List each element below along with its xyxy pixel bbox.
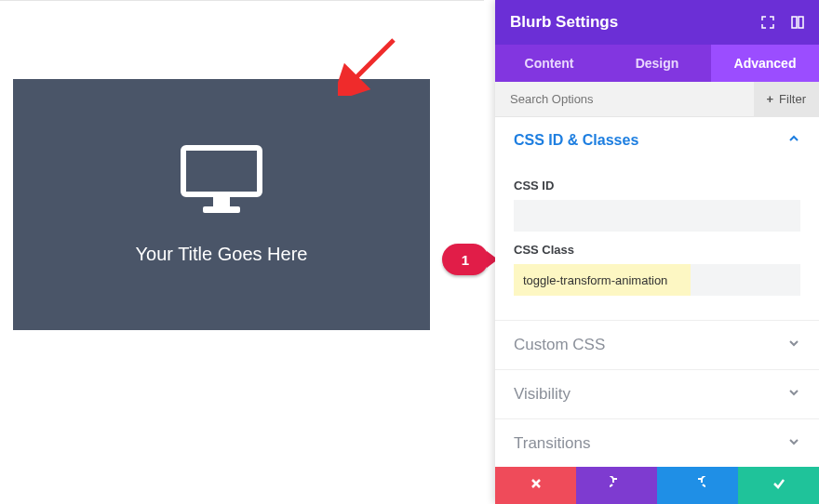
expand-icon[interactable]: [761, 16, 774, 29]
panel-header: Blurb Settings: [495, 0, 819, 45]
chevron-down-icon: [787, 386, 800, 403]
snap-icon[interactable]: [791, 16, 804, 29]
blurb-module-preview[interactable]: Your Title Goes Here: [13, 79, 430, 330]
blurb-title: Your Title Goes Here: [136, 244, 308, 265]
filter-button[interactable]: + Filter: [754, 82, 819, 116]
plus-icon: +: [767, 92, 774, 106]
undo-icon: [610, 476, 624, 495]
css-id-label: CSS ID: [514, 179, 800, 192]
builder-canvas: Your Title Goes Here: [0, 0, 484, 504]
section-header-css-id-classes[interactable]: CSS ID & Classes: [495, 117, 819, 164]
svg-line-4: [351, 40, 394, 83]
svg-rect-6: [799, 17, 803, 28]
section-title: CSS ID & Classes: [514, 132, 638, 149]
section-title: Custom CSS: [514, 336, 605, 354]
svg-rect-0: [183, 148, 260, 194]
section-custom-css: Custom CSS: [495, 321, 819, 370]
filter-label: Filter: [779, 92, 806, 106]
section-header-transitions[interactable]: Transitions: [495, 419, 819, 467]
css-id-input[interactable]: [514, 200, 800, 232]
section-title: Visibility: [514, 385, 571, 404]
panel-title: Blurb Settings: [510, 13, 618, 32]
chevron-down-icon: [787, 337, 800, 353]
section-title: Transitions: [514, 434, 591, 453]
search-input[interactable]: [510, 92, 754, 106]
panel-tabs: Content Design Advanced: [495, 45, 819, 82]
check-icon: [772, 476, 786, 495]
monitor-icon: [181, 145, 262, 218]
annotation-step-number: 1: [462, 252, 469, 268]
save-button[interactable]: [738, 467, 819, 504]
section-css-id-classes: CSS ID & Classes CSS ID CSS Class: [495, 117, 819, 321]
search-row: + Filter: [495, 82, 819, 117]
panel-body: CSS ID & Classes CSS ID CSS Class Custom…: [495, 117, 819, 467]
section-transitions: Transitions: [495, 419, 819, 467]
close-icon: [530, 477, 543, 494]
tab-advanced[interactable]: Advanced: [711, 45, 819, 82]
redo-button[interactable]: [657, 467, 738, 504]
section-header-custom-css[interactable]: Custom CSS: [495, 321, 819, 369]
settings-panel: Blurb Settings Content Design Advanced +…: [495, 0, 819, 504]
css-class-input[interactable]: [514, 264, 691, 296]
cancel-button[interactable]: [495, 467, 576, 504]
svg-rect-1: [213, 197, 230, 206]
css-class-label: CSS Class: [514, 243, 800, 257]
section-visibility: Visibility: [495, 370, 819, 419]
tab-content[interactable]: Content: [495, 45, 603, 82]
chevron-up-icon: [787, 132, 800, 149]
svg-rect-2: [203, 206, 240, 213]
undo-button[interactable]: [576, 467, 657, 504]
annotation-step-1: 1: [442, 244, 489, 275]
section-header-visibility[interactable]: Visibility: [495, 370, 819, 418]
chevron-down-icon: [787, 435, 800, 452]
panel-footer: [495, 467, 819, 504]
redo-icon: [691, 476, 705, 495]
tab-design[interactable]: Design: [603, 45, 711, 82]
svg-rect-5: [792, 17, 797, 28]
